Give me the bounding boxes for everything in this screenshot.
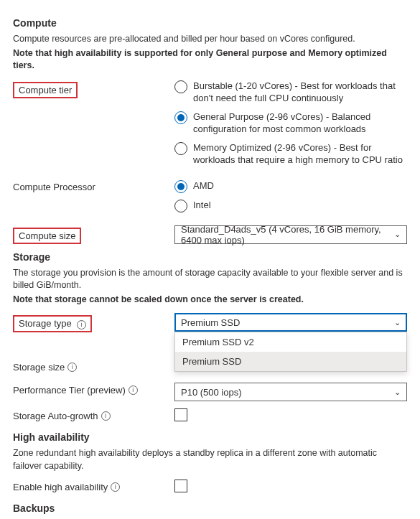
enable-ha-label: Enable high availability — [13, 482, 108, 492]
tier-general-label: General Purpose (2-96 vCores) - Balanced… — [193, 111, 407, 136]
compute-desc-2: Note that high availability is supported… — [13, 47, 407, 73]
enable-ha-checkbox[interactable] — [174, 480, 187, 492]
chevron-down-icon: ⌄ — [394, 230, 401, 239]
info-icon[interactable]: i — [101, 411, 111, 421]
processor-intel-label: Intel — [193, 199, 211, 212]
performance-tier-label: Performance Tier (preview) — [13, 385, 126, 396]
radio-icon — [174, 142, 187, 155]
compute-desc-1: Compute resources are pre-allocated and … — [13, 33, 407, 46]
storage-type-option-ssdv2[interactable]: Premium SSD v2 — [175, 332, 406, 352]
radio-icon — [174, 80, 187, 93]
radio-icon — [174, 200, 187, 212]
storage-heading: Storage — [13, 251, 407, 263]
ha-desc: Zone redundant high availability deploys… — [13, 447, 407, 472]
storage-type-value: Premium SSD — [181, 317, 240, 328]
compute-size-select[interactable]: Standard_D4ads_v5 (4 vCores, 16 GiB memo… — [174, 225, 407, 244]
storage-autogrowth-label: Storage Auto-growth — [13, 411, 98, 421]
compute-processor-label: Compute Processor — [13, 179, 174, 192]
compute-heading: Compute — [13, 17, 407, 29]
storage-type-select[interactable]: Premium SSD ⌄ — [174, 313, 407, 332]
storage-type-menu: Premium SSD v2 Premium SSD — [174, 332, 407, 372]
tier-memory-label: Memory Optimized (2-96 vCores) - Best fo… — [193, 141, 407, 167]
info-icon[interactable]: i — [67, 363, 77, 372]
compute-tier-label: Compute tier — [13, 82, 78, 98]
tier-memory-radio[interactable]: Memory Optimized (2-96 vCores) - Best fo… — [174, 141, 407, 167]
processor-amd-radio[interactable]: AMD — [174, 179, 407, 193]
performance-tier-select[interactable]: P10 (500 iops) ⌄ — [174, 383, 407, 401]
performance-tier-value: P10 (500 iops) — [181, 387, 242, 398]
ha-heading: High availability — [13, 431, 407, 443]
chevron-down-icon: ⌄ — [394, 318, 401, 327]
storage-desc-1: The storage you provision is the amount … — [13, 267, 407, 292]
info-icon[interactable]: i — [111, 482, 120, 492]
processor-amd-label: AMD — [193, 179, 214, 192]
processor-intel-radio[interactable]: Intel — [174, 199, 407, 212]
storage-type-label-box: Storage type i — [13, 315, 92, 332]
info-icon[interactable]: i — [77, 320, 86, 329]
storage-size-label: Storage size — [13, 362, 65, 373]
storage-type-label: Storage type — [19, 318, 72, 329]
backups-heading: Backups — [13, 502, 407, 514]
storage-type-option-ssd[interactable]: Premium SSD — [175, 352, 406, 371]
info-icon[interactable]: i — [129, 385, 138, 395]
radio-icon — [174, 111, 187, 124]
storage-autogrowth-checkbox[interactable] — [174, 408, 187, 421]
compute-size-label: Compute size — [13, 228, 81, 244]
radio-icon — [174, 180, 187, 193]
chevron-down-icon: ⌄ — [394, 388, 401, 397]
tier-burstable-radio[interactable]: Burstable (1-20 vCores) - Best for workl… — [174, 80, 407, 105]
compute-size-value: Standard_D4ads_v5 (4 vCores, 16 GiB memo… — [181, 224, 394, 246]
tier-general-radio[interactable]: General Purpose (2-96 vCores) - Balanced… — [174, 111, 407, 136]
tier-burstable-label: Burstable (1-20 vCores) - Best for workl… — [193, 80, 407, 105]
storage-desc-2: Note that storage cannot be scaled down … — [13, 294, 407, 307]
